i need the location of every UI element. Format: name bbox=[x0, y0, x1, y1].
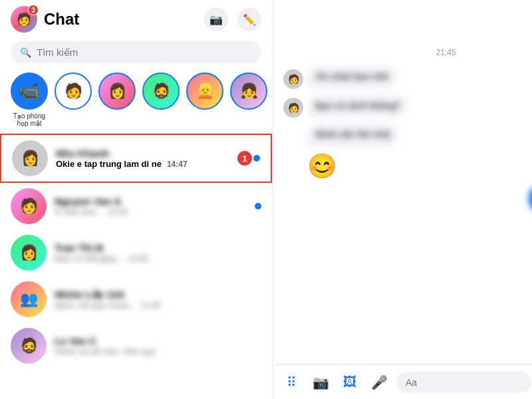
unread-dot-1 bbox=[253, 155, 260, 162]
chat-preview-3: Bạn có thể giúp... 12:05 bbox=[55, 253, 261, 263]
story-avatar-3: 🧔 bbox=[142, 72, 180, 110]
toolbar-mic-icon: 🎤 bbox=[371, 374, 388, 390]
story-item[interactable]: 👩 bbox=[98, 72, 136, 127]
edit-icon-btn[interactable]: ✏️ bbox=[237, 7, 261, 31]
message-row: 😊 bbox=[283, 152, 532, 180]
message-row: 🧑 Bạn có rảnh không? bbox=[283, 94, 532, 118]
stories-row: 📹 Tạo phòng họp mặt 🧑 👩 🧔 👱 👧 bbox=[0, 70, 272, 134]
create-room-label: Tạo phòng họp mặt bbox=[9, 112, 49, 127]
chat-time-3: 12:05 bbox=[128, 254, 148, 263]
chat-name-2: Nguyen Van A bbox=[55, 196, 251, 207]
chat-item-4[interactable]: 👥 Nhóm Lớp 12A Minh: Ok bọn mình... 11:3… bbox=[0, 276, 272, 323]
dots-icon: ⠿ bbox=[287, 374, 297, 390]
message-input[interactable] bbox=[396, 372, 531, 393]
page-title: Chat bbox=[44, 10, 204, 29]
search-bar: 🔍 bbox=[11, 41, 261, 63]
chat-preview-5: Hehe vui vẻ nha Hôm qua bbox=[55, 346, 261, 356]
right-header: 😱 bbox=[273, 0, 532, 39]
chat-name-3: Tran Thi B bbox=[55, 242, 261, 253]
chat-time-1: 14:47 bbox=[167, 160, 188, 169]
dots-icon-btn[interactable]: ⠿ bbox=[279, 370, 303, 394]
chat-list: 👩 Nhu Khanh Okie e tap trung lam di ne 1… bbox=[0, 134, 272, 399]
story-create[interactable]: 📹 Tạo phòng họp mặt bbox=[11, 72, 48, 127]
chat-info-1: Nhu Khanh Okie e tap trung lam di ne 14:… bbox=[56, 148, 249, 169]
story-avatar-4: 👱 bbox=[186, 72, 223, 110]
chat-preview-2: Ừ oke nha... 13:20 bbox=[55, 207, 251, 217]
message-bubble: Xin chào bạn nhé bbox=[307, 65, 396, 89]
story-avatar-2: 👩 bbox=[98, 72, 136, 110]
search-input[interactable] bbox=[37, 47, 252, 58]
chat-avatar-4: 👥 bbox=[11, 281, 47, 317]
chat-item-5[interactable]: 🧔 Le Van C Hehe vui vẻ nha Hôm qua bbox=[0, 323, 272, 369]
toolbar-mic-btn[interactable]: 🎤 bbox=[367, 370, 391, 394]
search-icon: 🔍 bbox=[20, 47, 31, 58]
chat-info-5: Le Van C Hehe vui vẻ nha Hôm qua bbox=[55, 335, 261, 356]
story-item[interactable]: 🧔 bbox=[142, 72, 180, 127]
chat-name-5: Le Van C bbox=[55, 335, 261, 346]
chat-avatar-3: 👩 bbox=[11, 235, 47, 271]
chat-time-2: 13:20 bbox=[108, 207, 128, 217]
msg-sender-avatar: 🧑 bbox=[283, 69, 303, 89]
chat-number-badge-1: 1 bbox=[237, 151, 252, 166]
message-bubble: Mình cần hỏi chút bbox=[307, 123, 398, 147]
chat-time-4: 11:30 bbox=[140, 301, 160, 310]
bottom-toolbar: ⠿ 📷 🖼 🎤 2 ☺ 😱 bbox=[273, 364, 532, 399]
story-avatar-5: 👧 bbox=[230, 72, 267, 110]
message-row bbox=[283, 217, 532, 241]
story-avatar-1: 🧑 bbox=[55, 72, 92, 110]
chat-item-2[interactable]: 🧑 Nguyen Van A Ừ oke nha... 13:20 bbox=[0, 183, 272, 229]
message-bubble-outgoing bbox=[529, 186, 532, 212]
story-item[interactable]: 👧 bbox=[230, 72, 267, 127]
edit-icon: ✏️ bbox=[243, 13, 256, 26]
toolbar-image-icon: 🖼 bbox=[343, 374, 356, 390]
header-actions: 📷 ✏️ bbox=[204, 7, 261, 31]
message-bubble: Bạn có rảnh không? bbox=[307, 94, 408, 118]
story-item[interactable]: 🧑 bbox=[55, 72, 92, 127]
chat-preview-1: Okie e tap trung lam di ne 14:47 bbox=[56, 159, 249, 169]
chat-name-1: Nhu Khanh bbox=[56, 148, 249, 159]
left-panel: 🧑 3 Chat 📷 ✏️ 🔍 📹 Tạo phòng họp mặt 🧑 👩 bbox=[0, 0, 273, 399]
chat-avatar-5: 🧔 bbox=[11, 328, 47, 364]
user-avatar-container[interactable]: 🧑 3 bbox=[11, 6, 37, 33]
chat-time-5: Hôm qua bbox=[123, 347, 156, 356]
toolbar-camera-icon: 📷 bbox=[313, 374, 329, 390]
create-room-icon: 📹 bbox=[11, 72, 48, 110]
toolbar-image-btn[interactable]: 🖼 bbox=[338, 370, 362, 394]
chat-info-3: Tran Thi B Bạn có thể giúp... 12:05 bbox=[55, 242, 261, 263]
story-item[interactable]: 👱 bbox=[186, 72, 223, 127]
message-row bbox=[283, 186, 532, 212]
chat-item-3[interactable]: 👩 Tran Thi B Bạn có thể giúp... 12:05 bbox=[0, 229, 272, 276]
camera-icon: 📷 bbox=[209, 13, 223, 26]
chat-info-4: Nhóm Lớp 12A Minh: Ok bọn mình... 11:30 bbox=[55, 289, 261, 311]
chat-info-2: Nguyen Van A Ừ oke nha... 13:20 bbox=[55, 196, 251, 217]
messages-area: 21:45 🧑 Xin chào bạn nhé 🧑 Bạn có rảnh k… bbox=[273, 39, 532, 364]
chat-item-1[interactable]: 👩 Nhu Khanh Okie e tap trung lam di ne 1… bbox=[0, 134, 272, 183]
notification-badge: 3 bbox=[28, 5, 39, 15]
right-panel: 😱 21:45 🧑 Xin chào bạn nhé 🧑 Bạn có rảnh… bbox=[273, 0, 532, 399]
toolbar-camera-btn[interactable]: 📷 bbox=[309, 370, 332, 394]
camera-icon-btn[interactable]: 📷 bbox=[204, 7, 228, 31]
unread-dot-2 bbox=[255, 203, 261, 209]
chat-avatar-2: 🧑 bbox=[11, 188, 47, 224]
message-timestamp: 21:45 bbox=[283, 48, 532, 57]
chat-name-4: Nhóm Lớp 12A bbox=[55, 289, 261, 301]
chat-preview-4: Minh: Ok bọn mình... 11:30 bbox=[55, 301, 261, 311]
chat-header: 🧑 3 Chat 📷 ✏️ bbox=[0, 0, 272, 39]
msg-sender-avatar: 🧑 bbox=[283, 98, 303, 118]
emoji-message: 😊 bbox=[307, 152, 337, 180]
message-row: 🧑 Xin chào bạn nhé bbox=[283, 65, 532, 89]
chat-avatar-1: 👩 bbox=[12, 140, 48, 176]
message-row: Mình cần hỏi chút bbox=[283, 123, 532, 147]
